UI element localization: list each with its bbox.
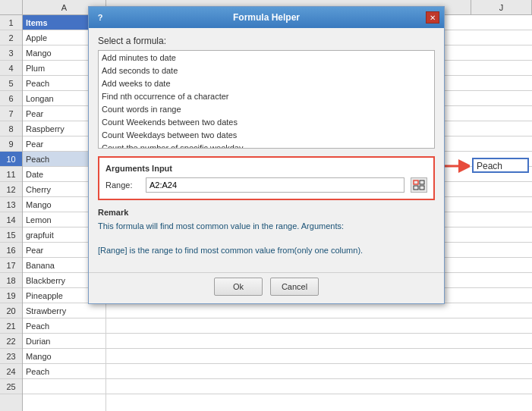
row-number: 1 <box>0 15 22 30</box>
row-number: 19 <box>0 288 22 303</box>
rest-row <box>106 318 532 334</box>
formula-item[interactable]: Count Weekends between two dates <box>99 115 434 128</box>
row-number: 20 <box>0 303 22 318</box>
formula-item[interactable]: Add seconds to date <box>99 64 434 77</box>
range-picker-button[interactable] <box>411 177 427 193</box>
formula-item[interactable]: Find nth occurrence of a character <box>99 89 434 102</box>
formula-list[interactable]: Add minutes to dateAdd seconds to dateAd… <box>98 50 435 149</box>
formula-item[interactable]: Count Weekdays between two dates <box>99 128 434 141</box>
row-number: 3 <box>0 45 22 61</box>
cell-a20[interactable]: Strawberry <box>23 303 105 318</box>
rest-row <box>106 303 532 318</box>
result-cell-j10: Peach <box>472 158 529 173</box>
rest-row <box>106 349 532 364</box>
dialog-title: Formula Helper <box>107 12 426 23</box>
row-number: 4 <box>0 61 22 76</box>
formula-item[interactable]: Count words in range <box>99 102 434 115</box>
range-input[interactable] <box>146 177 405 193</box>
arguments-section: Arguments Input Range: <box>98 156 435 200</box>
cell-a21[interactable]: Peach <box>23 318 105 334</box>
help-button[interactable]: ? <box>93 11 107 24</box>
remark-section: Remark This formula will find most commo… <box>98 208 435 257</box>
row-number: 15 <box>0 227 22 243</box>
svg-rect-3 <box>420 180 424 184</box>
cell-a23[interactable]: Mango <box>23 349 105 364</box>
svg-rect-4 <box>414 186 418 190</box>
row-number: 5 <box>0 76 22 91</box>
row-number: 21 <box>0 318 22 334</box>
row-number: 6 <box>0 91 22 106</box>
remark-title: Remark <box>98 208 435 217</box>
row-number: 18 <box>0 273 22 288</box>
formula-helper-dialog[interactable]: ? Formula Helper ✕ Select a formula: Add… <box>88 6 445 304</box>
row-number: 24 <box>0 364 22 379</box>
row-number: 25 <box>0 379 22 394</box>
rest-row <box>106 379 532 394</box>
dialog-footer: Ok Cancel <box>89 272 444 303</box>
row-number: 2 <box>0 30 22 45</box>
formula-item[interactable]: Add minutes to date <box>99 51 434 64</box>
row-number: 12 <box>0 182 22 197</box>
row-numbers: 1234567891011121314151617181920212223242… <box>0 15 23 411</box>
rest-row <box>106 334 532 349</box>
cell-a22[interactable]: Durian <box>23 334 105 349</box>
ok-button[interactable]: Ok <box>214 278 263 296</box>
cell-a24[interactable]: Peach <box>23 364 105 379</box>
cancel-button[interactable]: Cancel <box>270 278 319 296</box>
corner-cell <box>0 0 23 14</box>
dialog-body: Select a formula: Add minutes to dateAdd… <box>89 28 444 272</box>
range-label: Range: <box>105 180 140 190</box>
select-formula-label: Select a formula: <box>98 36 435 46</box>
dialog-titlebar: ? Formula Helper ✕ <box>89 7 444 28</box>
dialog-controls: ✕ <box>426 11 439 24</box>
cell-a25[interactable] <box>23 379 105 394</box>
row-number: 13 <box>0 197 22 212</box>
row-number: 14 <box>0 212 22 227</box>
argument-row: Range: <box>105 177 427 193</box>
remark-line1: This formula will find most common value… <box>98 220 435 234</box>
row-number: 8 <box>0 121 22 136</box>
close-button[interactable]: ✕ <box>426 11 439 24</box>
row-number: 11 <box>0 167 22 182</box>
row-number: 22 <box>0 334 22 349</box>
row-number: 10 <box>0 152 22 167</box>
svg-rect-5 <box>420 186 424 190</box>
row-number: 9 <box>0 136 22 152</box>
arguments-title: Arguments Input <box>105 164 427 173</box>
formula-item[interactable]: Count the number of specific weekday <box>99 141 434 149</box>
rest-row <box>106 364 532 379</box>
row-number: 23 <box>0 349 22 364</box>
formula-item[interactable]: Add weeks to date <box>99 77 434 89</box>
formula-list-container: Add minutes to dateAdd seconds to dateAd… <box>98 50 435 149</box>
col-header-j: J <box>471 0 532 14</box>
row-number: 16 <box>0 243 22 258</box>
svg-rect-2 <box>414 180 418 184</box>
row-number: 7 <box>0 106 22 121</box>
remark-line2: [Range] is the range to find most common… <box>98 244 435 258</box>
row-number: 17 <box>0 258 22 273</box>
